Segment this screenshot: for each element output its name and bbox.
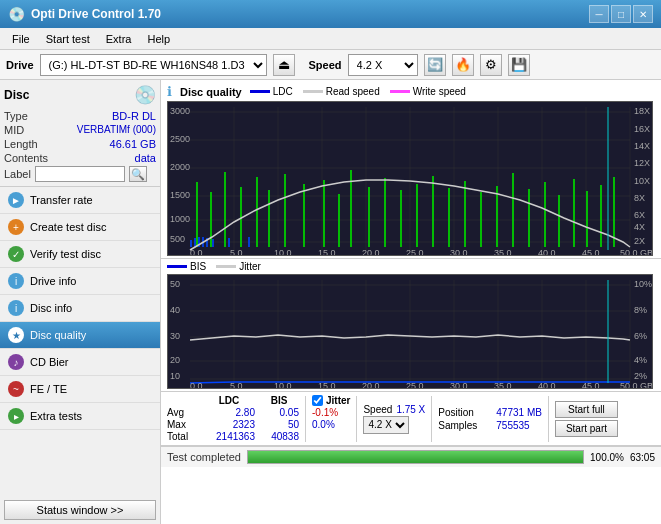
menu-file[interactable]: File: [4, 32, 38, 46]
svg-rect-44: [268, 190, 270, 247]
status-window-button[interactable]: Status window >>: [4, 500, 156, 520]
drive-info-icon: i: [8, 273, 24, 289]
svg-text:10%: 10%: [634, 279, 652, 289]
sidebar-item-extra-tests[interactable]: ▸ Extra tests: [0, 403, 160, 430]
fe-te-icon: ~: [8, 381, 24, 397]
sidebar-item-verify-test[interactable]: ✓ Verify test disc: [0, 241, 160, 268]
sidebar-item-drive-info[interactable]: i Drive info: [0, 268, 160, 295]
svg-text:40.0: 40.0: [538, 248, 556, 256]
bis-legend: BIS: [190, 261, 206, 272]
disc-quality-label: Disc quality: [30, 329, 86, 341]
burn-button[interactable]: 🔥: [452, 54, 474, 76]
settings-button[interactable]: ⚙: [480, 54, 502, 76]
svg-text:1500: 1500: [170, 190, 190, 200]
type-value: BD-R DL: [112, 110, 156, 122]
svg-text:5.0: 5.0: [230, 248, 243, 256]
label-label: Label: [4, 168, 31, 180]
svg-text:16X: 16X: [634, 124, 650, 134]
svg-rect-50: [368, 187, 370, 247]
total-ldc: 2141363: [203, 431, 255, 442]
refresh-button[interactable]: 🔄: [424, 54, 446, 76]
svg-rect-39: [196, 182, 198, 247]
position-value: 47731 MB: [496, 407, 542, 418]
max-label: Max: [167, 419, 199, 430]
drive-bar: Drive (G:) HL-DT-ST BD-RE WH16NS48 1.D3 …: [0, 50, 661, 80]
svg-rect-59: [512, 173, 514, 247]
maximize-button[interactable]: □: [611, 5, 631, 23]
avg-label: Avg: [167, 407, 199, 418]
svg-text:45.0: 45.0: [582, 248, 600, 256]
app-icon: 💿: [8, 6, 25, 22]
lower-chart-area: BIS Jitter 50 40 30 20 10 10% 8% 6%: [161, 259, 661, 392]
cd-bier-label: CD Bier: [30, 356, 69, 368]
menu-bar: File Start test Extra Help: [0, 28, 661, 50]
close-button[interactable]: ✕: [633, 5, 653, 23]
svg-text:3000: 3000: [170, 106, 190, 116]
max-bis: 50: [259, 419, 299, 430]
svg-text:10.0: 10.0: [274, 381, 292, 389]
sidebar-item-cd-bier[interactable]: ♪ CD Bier: [0, 349, 160, 376]
svg-rect-61: [544, 182, 546, 247]
menu-help[interactable]: Help: [139, 32, 178, 46]
jitter-checkbox[interactable]: [312, 395, 323, 406]
svg-text:30.0: 30.0: [450, 381, 468, 389]
svg-rect-62: [558, 195, 560, 247]
jitter-label: Jitter: [326, 395, 350, 406]
svg-rect-66: [613, 177, 615, 247]
label-button[interactable]: 🔍: [129, 166, 147, 182]
disc-title: Disc: [4, 88, 29, 102]
svg-rect-46: [303, 184, 305, 247]
drive-select[interactable]: (G:) HL-DT-ST BD-RE WH16NS48 1.D3: [40, 54, 267, 76]
start-part-button[interactable]: Start part: [555, 420, 618, 437]
speed-select[interactable]: 4.2 X: [348, 54, 418, 76]
svg-text:500: 500: [170, 234, 185, 244]
progress-bar-container: [247, 450, 584, 464]
sidebar-item-transfer-rate[interactable]: ► Transfer rate: [0, 187, 160, 214]
svg-text:50.0 GB: 50.0 GB: [620, 248, 653, 256]
svg-text:35.0: 35.0: [494, 248, 512, 256]
ldc-legend: LDC: [273, 86, 293, 97]
sidebar-item-disc-quality[interactable]: ★ Disc quality: [0, 322, 160, 349]
svg-text:2X: 2X: [634, 236, 645, 246]
svg-text:4X: 4X: [634, 222, 645, 232]
svg-text:14X: 14X: [634, 141, 650, 151]
svg-rect-53: [416, 184, 418, 247]
avg-bis: 0.05: [259, 407, 299, 418]
svg-rect-64: [586, 191, 588, 247]
ldc-header: LDC: [203, 395, 255, 406]
avg-ldc: 2.80: [203, 407, 255, 418]
samples-value: 755535: [496, 420, 529, 431]
disc-quality-icon: ★: [8, 327, 24, 343]
menu-start-test[interactable]: Start test: [38, 32, 98, 46]
start-full-button[interactable]: Start full: [555, 401, 618, 418]
svg-text:50.0 GB: 50.0 GB: [620, 381, 653, 389]
speed-quality-select[interactable]: 4.2 X: [363, 416, 409, 434]
svg-rect-56: [464, 181, 466, 247]
svg-text:30: 30: [170, 331, 180, 341]
transfer-rate-label: Transfer rate: [30, 194, 93, 206]
svg-text:40.0: 40.0: [538, 381, 556, 389]
samples-label: Samples: [438, 420, 492, 431]
position-label: Position: [438, 407, 492, 418]
eject-button[interactable]: ⏏: [273, 54, 295, 76]
label-input[interactable]: [35, 166, 125, 182]
create-test-label: Create test disc: [30, 221, 106, 233]
menu-extra[interactable]: Extra: [98, 32, 140, 46]
sidebar-item-fe-te[interactable]: ~ FE / TE: [0, 376, 160, 403]
sidebar-item-disc-info[interactable]: i Disc info: [0, 295, 160, 322]
svg-rect-41: [224, 172, 226, 247]
svg-text:25.0: 25.0: [406, 248, 424, 256]
speed-stat-value: 1.75 X: [396, 404, 425, 415]
drive-info-label: Drive info: [30, 275, 76, 287]
cd-bier-icon: ♪: [8, 354, 24, 370]
status-text: Test completed: [167, 451, 241, 463]
disc-panel: Disc 💿 Type BD-R DL MID VERBATIMf (000) …: [0, 80, 160, 187]
svg-text:2500: 2500: [170, 134, 190, 144]
upper-chart-area: ℹ Disc quality LDC Read speed Write spee…: [161, 80, 661, 259]
save-button[interactable]: 💾: [508, 54, 530, 76]
verify-test-label: Verify test disc: [30, 248, 101, 260]
svg-rect-47: [323, 180, 325, 247]
minimize-button[interactable]: ─: [589, 5, 609, 23]
sidebar-item-create-test[interactable]: + Create test disc: [0, 214, 160, 241]
svg-text:6X: 6X: [634, 210, 645, 220]
